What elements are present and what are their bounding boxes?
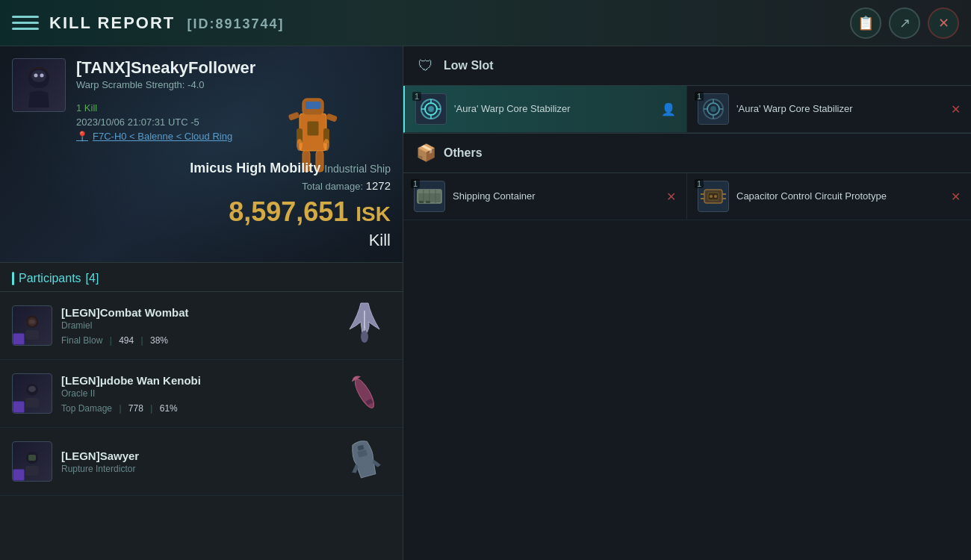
participant-name: [LEGN]Combat Wombat <box>61 306 338 319</box>
close-button[interactable]: ✕ <box>928 7 959 39</box>
low-slot-items: 1 'Aura' Warp Core Stabilizer <box>403 86 971 133</box>
svg-rect-28 <box>25 466 39 476</box>
participant-ship: Rupture Interdictor <box>61 464 338 474</box>
others-header: 📦 Others <box>403 133 971 173</box>
left-panel: [TANX]SneakyFollower Warp Scramble Stren… <box>0 46 403 560</box>
svg-point-33 <box>428 106 434 112</box>
slot-item-name: Capacitor Control Circuit Prototype <box>736 190 887 203</box>
corp-badge <box>13 333 25 345</box>
svg-rect-50 <box>419 201 424 203</box>
victim-section: [TANX]SneakyFollower Warp Scramble Stren… <box>0 46 403 263</box>
location-pin-icon: 📍 <box>76 131 88 142</box>
participant-avatar <box>12 441 52 482</box>
header-actions: 📋 ↗ ✕ <box>850 7 959 39</box>
ship-class: Imicus High Mobility Industrial Ship <box>190 161 391 176</box>
slot-item[interactable]: 1 'Aura' Warp Core Stabilizer <box>687 86 971 133</box>
victim-location[interactable]: 📍 F7C-H0 < Balenne < Cloud Ring <box>76 131 391 142</box>
svg-point-40 <box>710 106 716 112</box>
participant-stats: Top Damage | 778 | 61% <box>61 403 338 414</box>
slot-item-status: ✕ <box>951 190 961 204</box>
victim-warp-scramble: Warp Scramble Strength: -4.0 <box>76 79 391 90</box>
low-slot-section: 🛡 Low Slot 1 <box>403 46 971 133</box>
low-slot-icon: 🛡 <box>415 55 436 76</box>
participant-name: [LEGN]μdobe Wan Kenobi <box>61 374 338 387</box>
corp-badge <box>13 401 25 413</box>
isk-value: 8,597,651 ISK <box>190 196 391 228</box>
svg-point-58 <box>710 195 713 198</box>
damage-label: Total damage: <box>302 181 363 192</box>
svg-point-1 <box>31 70 46 82</box>
outcome-label: Kill <box>190 231 391 250</box>
header: KILL REPORT [ID:8913744] 📋 ↗ ✕ <box>0 0 971 46</box>
slot-item[interactable]: 1 Capac <box>687 173 971 220</box>
title-text: KILL REPORT <box>49 13 175 32</box>
location-text: F7C-H0 < Balenne < Cloud Ring <box>93 131 232 142</box>
participant-item[interactable]: [LEGN]Combat Wombat Dramiel Final Blow |… <box>0 292 403 360</box>
participant-avatar <box>12 305 52 346</box>
menu-icon[interactable] <box>12 10 39 37</box>
low-slot-header: 🛡 Low Slot <box>403 46 971 86</box>
ship-type-text: Industrial Ship <box>324 163 391 175</box>
participants-bar <box>12 272 14 285</box>
copy-button[interactable]: 📋 <box>850 7 881 39</box>
stat-percent: 61% <box>160 403 178 414</box>
svg-point-59 <box>714 195 717 198</box>
ship-name-text: Imicus High Mobility <box>190 161 320 175</box>
svg-point-22 <box>28 386 36 392</box>
slot-item-status: ✕ <box>666 190 676 204</box>
damage-value: 1272 <box>366 179 391 192</box>
slot-item-qty: 1 <box>695 179 704 188</box>
stat-percent: 38% <box>150 335 168 346</box>
victim-date: 2023/10/06 21:07:31 UTC -5 <box>76 116 391 128</box>
slot-item-qty: 1 <box>411 179 420 188</box>
others-icon: 📦 <box>415 143 436 164</box>
participant-info: [LEGN]μdobe Wan Kenobi Oracle II Top Dam… <box>61 374 338 414</box>
slot-item-name: Shipping Container <box>453 190 536 203</box>
main-layout: [TANX]SneakyFollower Warp Scramble Stren… <box>0 46 971 560</box>
svg-point-20 <box>361 331 368 343</box>
participant-stats: Final Blow | 494 | 38% <box>61 335 338 346</box>
victim-kills: 1 Kill <box>76 102 391 113</box>
page-title: KILL REPORT [ID:8913744] <box>49 13 850 33</box>
report-id: [ID:8913744] <box>187 16 284 31</box>
stat-label: Final Blow <box>61 335 102 346</box>
slot-item-name: 'Aura' Warp Core Stabilizer <box>454 103 570 116</box>
participant-ship: Oracle II <box>61 388 338 399</box>
victim-info-top: [TANX]SneakyFollower Warp Scramble Stren… <box>12 58 391 142</box>
corp-badge <box>13 469 25 481</box>
slot-item[interactable]: 1 'Aura' Warp Core Stabilizer <box>403 86 687 133</box>
participants-section: Participants [4] [LEGN]Combat Wombat D <box>0 263 403 560</box>
low-slot-label: Low Slot <box>444 59 494 72</box>
ship-info-block: Imicus High Mobility Industrial Ship Tot… <box>190 161 391 250</box>
participants-title: Participants <box>19 272 81 285</box>
slot-item[interactable]: 1 Shipping Container <box>403 173 687 220</box>
participant-ship: Dramiel <box>61 320 338 331</box>
others-section: 📦 Others 1 <box>403 133 971 220</box>
slot-item-status: 👤 <box>661 102 676 116</box>
victim-avatar <box>12 58 66 112</box>
stat-damage: 778 <box>128 403 143 414</box>
ship-damage: Total damage: 1272 <box>190 179 391 192</box>
participant-item[interactable]: [LEGN]Sawyer Rupture Interdictor <box>0 428 403 496</box>
svg-rect-27 <box>28 455 36 461</box>
others-items: 1 Shipping Container <box>403 173 971 220</box>
participant-item[interactable]: [LEGN]μdobe Wan Kenobi Oracle II Top Dam… <box>0 360 403 428</box>
isk-label: ISK <box>356 202 391 225</box>
participant-name: [LEGN]Sawyer <box>61 449 338 462</box>
svg-point-2 <box>34 74 38 78</box>
participant-avatar <box>12 373 52 414</box>
participants-count: [4] <box>86 272 99 285</box>
svg-rect-51 <box>426 201 430 203</box>
svg-point-3 <box>40 74 44 78</box>
participant-info: [LEGN]Combat Wombat Dramiel Final Blow |… <box>61 306 338 346</box>
slot-item-qty: 1 <box>695 92 704 101</box>
export-button[interactable]: ↗ <box>889 7 920 39</box>
participants-header: Participants [4] <box>0 263 403 292</box>
slot-item-name: 'Aura' Warp Core Stabilizer <box>736 103 852 116</box>
participant-weapon <box>338 299 391 352</box>
participant-info: [LEGN]Sawyer Rupture Interdictor <box>61 449 338 474</box>
participant-weapon <box>338 367 391 420</box>
right-panel: 🛡 Low Slot 1 <box>403 46 971 560</box>
svg-point-24 <box>351 376 376 410</box>
stat-label: Top Damage <box>61 403 112 414</box>
